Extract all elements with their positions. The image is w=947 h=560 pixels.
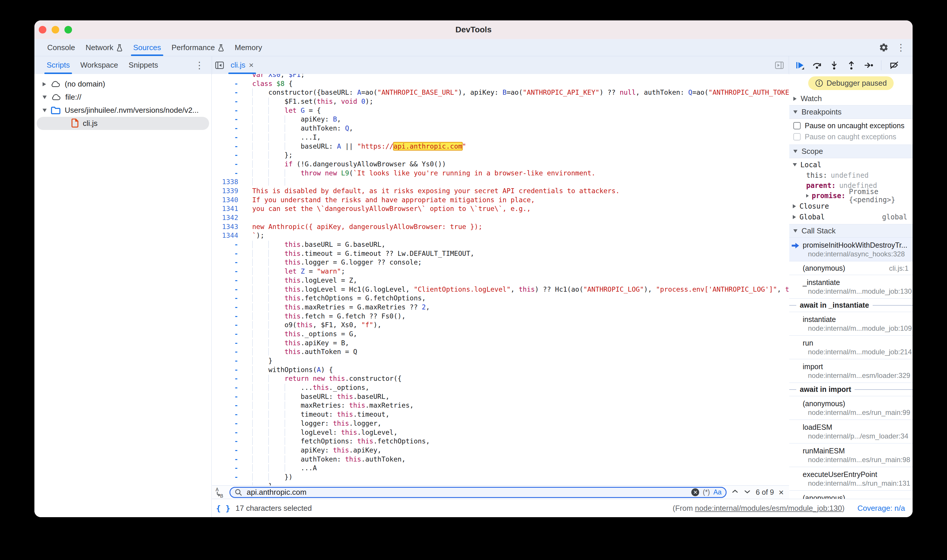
breakpoint-toggle-pause-on-uncaught-exceptions[interactable]: Pause on uncaught exceptions: [789, 120, 913, 131]
code-line[interactable]: - return new this.constructor({: [212, 374, 789, 383]
gutter-marker[interactable]: -: [212, 169, 252, 178]
close-tab-icon[interactable]: ×: [249, 61, 254, 70]
previous-match-icon[interactable]: [731, 488, 739, 497]
gutter-line-number[interactable]: 1344: [212, 231, 252, 240]
gutter-marker[interactable]: -: [212, 392, 252, 401]
code-line[interactable]: - this._options = G,: [212, 329, 789, 338]
code-line[interactable]: - ...this._options,: [212, 383, 789, 392]
code-line[interactable]: var Xs0, $F1;: [212, 74, 789, 79]
gutter-marker[interactable]: -: [212, 338, 252, 348]
scope-section-local[interactable]: Local: [789, 159, 913, 170]
checkbox[interactable]: [793, 133, 800, 140]
gutter-marker[interactable]: -: [212, 463, 252, 472]
gutter-line-number[interactable]: 1343: [212, 222, 252, 231]
gutter-marker[interactable]: -: [212, 88, 252, 97]
tree-item-cli-js[interactable]: cli.js: [37, 117, 209, 130]
code-line[interactable]: - let G = {: [212, 106, 789, 115]
code-line[interactable]: 1339This is disabled by default, as it r…: [212, 186, 789, 195]
call-stack-frame-runmainesm[interactable]: runMainESMnode:internal/m...es/run_main:…: [789, 443, 913, 467]
checkbox[interactable]: [793, 122, 800, 129]
code-line[interactable]: - this.logLevel = Z,: [212, 276, 789, 285]
gutter-marker[interactable]: -: [212, 124, 252, 133]
code-line[interactable]: - o9(this, $F1, Xs0, "f"),: [212, 320, 789, 329]
tab-performance[interactable]: Performance: [166, 39, 230, 56]
scope-variable-this[interactable]: this:undefined: [789, 170, 913, 180]
code-line[interactable]: - if (!G.dangerouslyAllowBrowser && Ys0(…: [212, 160, 789, 169]
gutter-marker[interactable]: -: [212, 294, 252, 303]
next-match-icon[interactable]: [743, 488, 751, 497]
code-line[interactable]: - $F1.set(this, void 0);: [212, 97, 789, 106]
scope-variable-promise[interactable]: promise:Promise {<pending>}: [789, 191, 913, 201]
code-line[interactable]: - this.logLevel = Hc1(G.logLevel, "Clien…: [212, 285, 789, 294]
gutter-marker[interactable]: -: [212, 79, 252, 88]
call-stack-frame-instantiate[interactable]: _instantiatenode:internal/m...module_job…: [789, 275, 913, 298]
tab-console[interactable]: Console: [42, 39, 80, 56]
code-line[interactable]: -class $8 {: [212, 79, 789, 88]
code-line[interactable]: - ...A: [212, 463, 789, 472]
gutter-marker[interactable]: -: [212, 428, 252, 437]
gutter-marker[interactable]: -: [212, 303, 252, 312]
tree-item-no-domain[interactable]: (no domain): [34, 77, 211, 91]
call-stack-frame-anonymous[interactable]: (anonymous)node:internal/m...es/run_main…: [789, 396, 913, 420]
code-line[interactable]: 1344`);: [212, 231, 789, 240]
resume-script-button[interactable]: [795, 61, 804, 70]
step-over-button[interactable]: [812, 61, 822, 70]
gutter-marker[interactable]: -: [212, 329, 252, 338]
code-line[interactable]: 1341you can set the \`dangerouslyAllowBr…: [212, 204, 789, 213]
code-line[interactable]: - throw new L9(`It looks like you're run…: [212, 169, 789, 178]
navigator-tab-scripts[interactable]: Scripts: [42, 56, 75, 74]
gutter-line-number[interactable]: 1338: [212, 177, 252, 186]
gutter-marker[interactable]: -: [212, 249, 252, 258]
code-line[interactable]: - logLevel: this.logLevel,: [212, 428, 789, 437]
code-line[interactable]: - this.authToken = Q: [212, 347, 789, 356]
code-line[interactable]: - this.logger = G.logger ?? console;: [212, 258, 789, 267]
regex-toggle[interactable]: (*): [703, 488, 709, 496]
code-line[interactable]: - timeout: this.timeout,: [212, 410, 789, 419]
call-stack-frame-promiseinithookwithdestroytr[interactable]: promiseInitHookWithDestroyTr...node:inte…: [789, 238, 913, 262]
clear-search-icon[interactable]: ✕: [691, 488, 699, 496]
step-button[interactable]: [864, 61, 873, 70]
call-stack-frame-import[interactable]: importnode:internal/m...esm/loader:329: [789, 359, 913, 383]
code-line[interactable]: - }: [212, 482, 789, 485]
gutter-marker[interactable]: -: [212, 320, 252, 329]
section-watch[interactable]: Watch: [789, 92, 913, 106]
gutter-marker[interactable]: [212, 74, 252, 79]
gutter-marker[interactable]: -: [212, 276, 252, 285]
search-input[interactable]: [246, 488, 688, 497]
tab-network[interactable]: Network: [80, 39, 128, 56]
navigator-more-icon[interactable]: ⋮: [195, 61, 204, 70]
call-stack-frame-anonymous[interactable]: (anonymous)cli.js:1: [789, 262, 913, 275]
code-line[interactable]: 1342: [212, 213, 789, 222]
step-out-button[interactable]: [847, 61, 856, 70]
code-line[interactable]: - authToken: Q,: [212, 124, 789, 133]
deactivate-breakpoints-button[interactable]: [889, 61, 899, 70]
navigator-tab-workspace[interactable]: Workspace: [75, 56, 123, 74]
expand-debugger-panel-icon[interactable]: [775, 61, 784, 70]
call-stack-frame-loadesm[interactable]: loadESMnode:internal/p.../esm_loader:34: [789, 420, 913, 443]
code-line[interactable]: - }): [212, 472, 789, 482]
code-line[interactable]: - this.baseURL = G.baseURL,: [212, 240, 789, 249]
code-line[interactable]: - fetchOptions: this.fetchOptions,: [212, 437, 789, 446]
tab-sources[interactable]: Sources: [128, 39, 166, 56]
gutter-marker[interactable]: -: [212, 455, 252, 464]
gutter-marker[interactable]: -: [212, 437, 252, 446]
code-line[interactable]: - };: [212, 151, 789, 160]
gutter-marker[interactable]: -: [212, 151, 252, 160]
tab-memory[interactable]: Memory: [230, 39, 267, 56]
call-stack-frame-instantiate[interactable]: instantiatenode:internal/m...module_job:…: [789, 312, 913, 335]
gutter-marker[interactable]: -: [212, 142, 252, 151]
code-line[interactable]: - this.fetch = G.fetch ?? Fs0(),: [212, 312, 789, 321]
code-line[interactable]: - apiKey: B,: [212, 115, 789, 124]
gutter-marker[interactable]: -: [212, 106, 252, 115]
code-line[interactable]: - baseURL: A || "https://api.anthropic.c…: [212, 142, 789, 151]
call-stack-frame-executeuserentrypoint[interactable]: executeUserEntryPointnode:internal/m...s…: [789, 467, 913, 491]
replace-toggle-icon[interactable]: AB: [215, 487, 225, 498]
gutter-marker[interactable]: -: [212, 410, 252, 419]
gutter-marker[interactable]: -: [212, 374, 252, 383]
navigator-tab-snippets[interactable]: Snippets: [123, 56, 163, 74]
code-line[interactable]: - baseURL: this.baseURL,: [212, 392, 789, 401]
caret-expanded-icon[interactable]: [43, 95, 47, 99]
caret-collapsed-icon[interactable]: [43, 82, 46, 86]
code-line[interactable]: - }: [212, 356, 789, 365]
code-line[interactable]: - this.timeout = G.timeout ?? Lw.DEFAULT…: [212, 249, 789, 258]
